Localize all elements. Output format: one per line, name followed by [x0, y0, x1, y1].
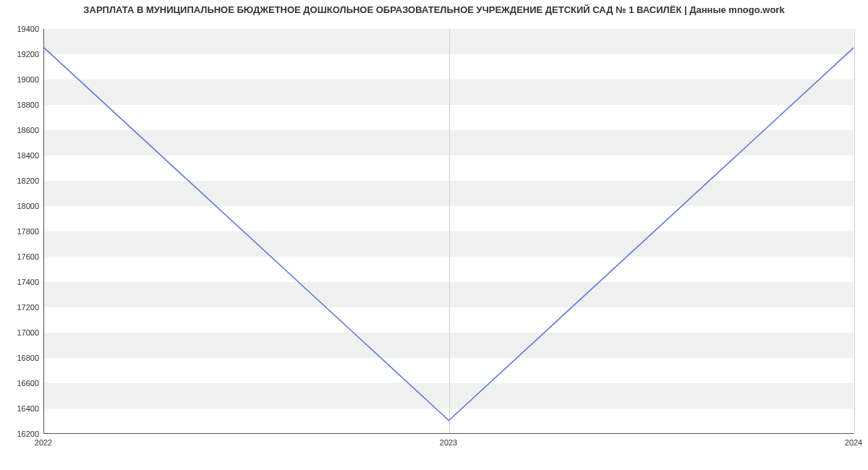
- chart-ytick-label: 17400: [3, 278, 39, 286]
- chart-ytick-label: 18000: [3, 202, 39, 210]
- chart-ytick-label: 17800: [3, 227, 39, 236]
- chart-ytick-label: 18400: [3, 151, 39, 160]
- chart-ytick-label: 17600: [3, 252, 39, 261]
- chart-vgridline: [854, 29, 855, 433]
- chart-xtick-label: 2023: [440, 438, 457, 447]
- chart-ytick-label: 16200: [3, 430, 39, 438]
- chart-line-layer: [44, 29, 854, 433]
- chart-ytick-label: 19000: [3, 75, 39, 84]
- chart-ytick-label: 18800: [3, 101, 39, 109]
- chart-ytick-label: 17000: [3, 328, 39, 337]
- chart-series-line: [44, 48, 854, 420]
- chart-ytick-label: 18600: [3, 126, 39, 134]
- chart-ytick-label: 16600: [3, 379, 39, 388]
- chart-ytick-label: 19200: [3, 50, 39, 59]
- chart-ytick-label: 17200: [3, 303, 39, 312]
- chart-title: ЗАРПЛАТА В МУНИЦИПАЛЬНОЕ БЮДЖЕТНОЕ ДОШКО…: [0, 4, 868, 15]
- chart-xtick-label: 2022: [35, 438, 52, 447]
- chart-ytick-label: 16400: [3, 404, 39, 413]
- chart-plot-area: [43, 29, 854, 434]
- chart-container: ЗАРПЛАТА В МУНИЦИПАЛЬНОЕ БЮДЖЕТНОЕ ДОШКО…: [0, 0, 868, 470]
- chart-xtick-label: 2024: [845, 438, 862, 447]
- chart-ytick-label: 19400: [3, 25, 39, 33]
- chart-ytick-label: 18200: [3, 176, 39, 185]
- chart-ytick-label: 16800: [3, 354, 39, 362]
